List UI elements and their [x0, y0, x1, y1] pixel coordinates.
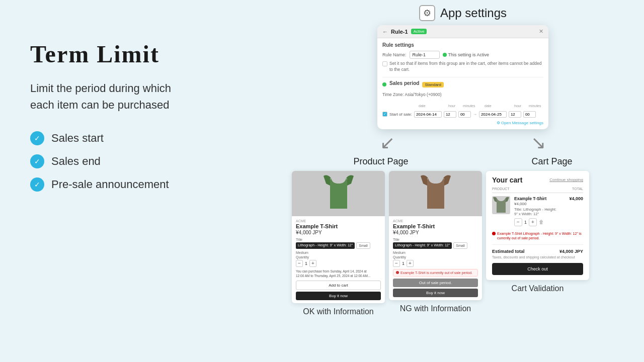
cart-header-row: Your cart Continue shopping	[492, 176, 583, 184]
ok-caption: OK with Information	[303, 307, 374, 316]
ng-option-selected[interactable]: Lithograph - Height: 9" x Width: 12"	[393, 242, 452, 249]
cart-qty-controls: − 1 + 🗑	[514, 218, 565, 226]
open-message-settings-link[interactable]: ⚙ Open Message settings	[382, 121, 543, 125]
app-settings-title: App settings	[440, 6, 507, 20]
arrow-product-page: ↙	[380, 132, 395, 153]
checkout-button[interactable]: Check out	[492, 263, 583, 275]
ng-qty-value: 1	[402, 261, 405, 266]
cart-qty-increase[interactable]: +	[529, 218, 537, 226]
start-date-checkbox[interactable]: ✓	[382, 112, 387, 117]
ng-product-name: Example T-Shirt	[393, 223, 478, 229]
ng-option-label: Title	[393, 238, 478, 241]
settings-window: ← Rule-1 Active ✕ Rule settings Rule Nam…	[377, 25, 548, 129]
ok-qty-increase[interactable]: +	[309, 260, 316, 267]
end-date-input[interactable]: 2024-04-25	[479, 111, 507, 118]
col-date-label-2: date	[485, 104, 492, 108]
ok-tshirt-svg	[321, 173, 356, 214]
rule-name-label: Rule-1	[391, 29, 408, 35]
estimated-total-section: Estimated total ¥4,000 JPY Taxes, discou…	[492, 244, 583, 275]
arrow-separator: →	[473, 112, 477, 117]
check-icon-pre-sale: ✓	[30, 177, 44, 192]
ng-options-row: Lithograph - Height: 9" x Width: 12" Sma…	[393, 242, 478, 249]
cart-item-total: ¥4,000	[569, 196, 583, 201]
ng-qty-increase[interactable]: +	[407, 260, 414, 267]
ng-option-small[interactable]: Small	[453, 242, 467, 249]
ng-product-price: ¥4,000 JPY	[393, 230, 478, 235]
cart-screenshot-col: Your cart Continue shopping PRODUCT TOTA…	[486, 171, 589, 316]
cart-screenshot: Your cart Continue shopping PRODUCT TOTA…	[486, 171, 589, 280]
start-date-input[interactable]: 2024-04-14	[414, 111, 442, 118]
cart-col-headers: PRODUCT TOTAL	[492, 187, 583, 193]
cart-inner: Your cart Continue shopping PRODUCT TOTA…	[486, 171, 589, 280]
ng-size-label: Medium	[393, 251, 478, 254]
ng-caption: NG with Information	[400, 304, 471, 313]
app-settings-icon: ⚙	[419, 5, 435, 21]
cart-qty-value: 1	[524, 220, 527, 225]
warning-dot-icon	[396, 271, 399, 274]
group-rule-checkbox[interactable]	[382, 61, 387, 66]
end-hour-input[interactable]: 12	[509, 111, 521, 118]
feature-label-pre-sale: Pre-sale announcement	[51, 178, 169, 191]
ok-add-to-cart-btn[interactable]: Add to cart	[296, 281, 381, 290]
cart-item-details: Example T-Shirt ¥4,000 Title: Lithograph…	[514, 196, 565, 228]
close-button[interactable]: ✕	[539, 28, 543, 35]
ok-buy-now-btn[interactable]: Buy it now	[296, 292, 381, 300]
timezone-label: Time Zone: Asia/Tokyo (+0900)	[382, 92, 442, 97]
ok-qty-decrease[interactable]: −	[296, 260, 303, 267]
ok-option-label: Title	[296, 238, 381, 241]
ng-buy-now-btn[interactable]: Buy it now	[393, 289, 478, 297]
ok-info-text: You can purchase from Sunday, April 14, …	[296, 269, 381, 278]
cart-page-label: Cart Page	[531, 156, 572, 167]
arrow-cart-page: ↘	[531, 132, 546, 153]
ng-out-of-sale-btn: Out of sale period.	[393, 279, 478, 287]
col-minutes-label: minutes	[463, 104, 475, 108]
cart-title: Your cart	[492, 176, 522, 184]
feature-item-sales-end: ✓ Sales end	[30, 154, 262, 168]
ok-product-price: ¥4,000 JPY	[296, 230, 381, 235]
start-date-row: ✓ Start of sale: 2024-04-14 12 00 → 2024…	[382, 111, 543, 118]
rule-settings-section-header: Rule settings	[382, 42, 543, 48]
cart-qty-decrease[interactable]: −	[514, 218, 522, 226]
cart-error-text: Example T-Shirt Lithograph - Height: 9" …	[497, 231, 583, 240]
ok-option-selected[interactable]: Lithograph - Height: 9" x Width: 12"	[296, 242, 355, 249]
ok-size-label: Medium	[296, 251, 381, 254]
rule-name-input[interactable]: Rule-1	[410, 51, 440, 59]
col-total-header: TOTAL	[572, 187, 583, 191]
settings-titlebar: ← Rule-1 Active ✕	[377, 25, 548, 38]
ok-qty-label: Quantity	[296, 255, 381, 259]
cart-delete-icon[interactable]: 🗑	[539, 219, 544, 225]
ok-screenshot: ACME Example T-Shirt ¥4,000 JPY Title Li…	[292, 171, 385, 303]
left-panel: Term Limit Limit the period during which…	[30, 40, 262, 192]
timezone-row: Time Zone: Asia/Tokyo (+0900)	[382, 92, 543, 97]
cart-caption: Cart Validation	[512, 284, 564, 293]
ok-qty-row: − 1 +	[296, 260, 381, 267]
cart-error-dot-icon	[492, 232, 496, 235]
continue-shopping-link[interactable]: Continue shopping	[549, 177, 583, 182]
ng-product-image	[389, 171, 482, 216]
cart-item-variant: Title: Lithograph - Height:9" x Width: 1…	[514, 207, 565, 216]
ng-screenshot: ACME Example T-Shirt ¥4,000 JPY Title Li…	[389, 171, 482, 300]
ng-qty-decrease[interactable]: −	[393, 260, 400, 267]
ok-screenshot-col: ACME Example T-Shirt ¥4,000 JPY Title Li…	[292, 171, 385, 316]
green-dot-icon	[443, 53, 447, 57]
start-hour-input[interactable]: 12	[444, 111, 456, 118]
sales-period-icon	[382, 82, 386, 86]
subtitle: Limit the period during whicheach item c…	[30, 80, 262, 113]
total-row: Estimated total ¥4,000 JPY	[492, 249, 583, 254]
start-min-input[interactable]: 00	[458, 111, 471, 118]
app-settings-header: ⚙ App settings	[292, 5, 634, 21]
col-product-header: PRODUCT	[492, 187, 510, 191]
rule-name-row: Rule Name: Rule-1 This setting is Active	[382, 51, 543, 59]
ok-option-small[interactable]: Small	[356, 242, 370, 249]
col-minutes-label-2: minutes	[529, 104, 541, 108]
end-min-input[interactable]: 00	[523, 111, 536, 118]
active-badge: Active	[411, 29, 427, 34]
right-panel: ⚙ App settings ← Rule-1 Active ✕ Rule se…	[292, 5, 634, 316]
ng-warning: Example T-Shirt is currently out of sale…	[393, 269, 478, 277]
ok-brand: ACME	[296, 219, 381, 223]
total-label: Estimated total	[492, 249, 525, 254]
date-headers-row: date hour minutes date hour minutes	[382, 100, 543, 109]
page-title: Term Limit	[30, 40, 262, 68]
cart-item-row: Example T-Shirt ¥4,000 Title: Lithograph…	[492, 196, 583, 228]
back-arrow-icon[interactable]: ←	[382, 29, 388, 35]
